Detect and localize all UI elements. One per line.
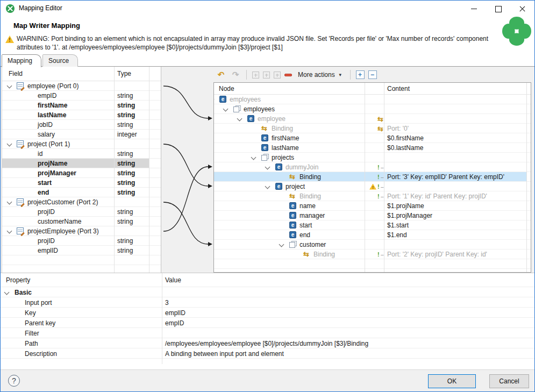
port-record-icon (17, 140, 24, 147)
tab-mapping[interactable]: Mapping (2, 54, 41, 67)
title-bar: Mapping Editor (1, 1, 534, 17)
tree-row-start[interactable]: estart$1.start (214, 220, 531, 230)
field-row[interactable]: projNamestring (2, 159, 161, 168)
tree-row-lastname[interactable]: elastName$0.lastName (214, 143, 531, 153)
tree-row-projects[interactable]: projects (214, 153, 531, 162)
property-label: Description (25, 350, 57, 358)
property-row-input-port[interactable]: Input port3 (1, 297, 535, 308)
field-row[interactable]: endstring (2, 188, 161, 197)
chevron-down-icon[interactable] (265, 184, 270, 189)
window-title: Mapping Editor (19, 4, 62, 12)
chevron-down-icon[interactable] (265, 165, 270, 170)
mapping-wire-0[interactable] (163, 86, 208, 118)
property-row-filter[interactable]: Filter (1, 328, 535, 338)
column-divider (384, 83, 384, 94)
chevron-down-icon[interactable] (213, 97, 214, 102)
property-label: Key (25, 309, 36, 317)
mapping-wire-1[interactable] (163, 144, 208, 186)
tree-row-end[interactable]: eend$1.end (214, 230, 531, 240)
tree-row-employee[interactable]: eemployee⇆ (214, 114, 531, 124)
tree-row-manager[interactable]: emanager$1.projManager (214, 211, 531, 220)
element-icon: e (261, 144, 268, 151)
remove-icon[interactable] (284, 74, 292, 76)
tree-row-customer[interactable]: customer (214, 240, 531, 250)
tree-row-binding[interactable]: ⇆Binding!--Port: '2' Key: projID' Parent… (214, 250, 531, 259)
field-type: string (117, 169, 135, 177)
field-row[interactable]: employee (Port 0) (2, 81, 161, 91)
maximize-icon[interactable] (486, 1, 510, 17)
field-row[interactable]: firstNamestring (2, 101, 161, 110)
property-row-basic[interactable]: Basic (1, 287, 535, 297)
chevron-down-icon[interactable] (7, 229, 12, 234)
node-label: employees (230, 96, 261, 103)
chevron-down-icon[interactable] (223, 106, 229, 112)
value-column-header: Value (165, 276, 181, 284)
column-divider (526, 83, 527, 94)
add-child-element-icon[interactable] (252, 72, 259, 79)
chevron-down-icon[interactable] (7, 141, 12, 147)
minimize-icon[interactable] (462, 1, 486, 17)
expand-all-icon[interactable]: + (356, 70, 365, 79)
port-record-icon (17, 82, 24, 89)
node-label: Binding (299, 173, 321, 181)
warning-message: WARNING: Port binding to an element whic… (17, 34, 490, 52)
binding-arrows-icon: ⇆ (261, 125, 267, 132)
field-row[interactable]: emplIDstring (2, 246, 161, 255)
field-row[interactable]: lastNamestring (2, 110, 161, 120)
help-button[interactable]: ? (8, 375, 20, 387)
add-element-icon[interactable] (263, 72, 270, 79)
undo-icon[interactable]: ↶ (216, 69, 226, 80)
field-row[interactable]: project (Port 1) (2, 139, 161, 149)
close-icon[interactable] (510, 1, 534, 17)
mapping-wire-2[interactable] (163, 202, 208, 244)
field-row[interactable]: projManagerstring (2, 168, 161, 178)
collapse-all-icon[interactable]: − (368, 70, 377, 79)
field-row[interactable]: projIDstring (2, 236, 161, 246)
field-row[interactable]: customerNamestring (2, 217, 161, 226)
chevron-down-icon[interactable] (7, 83, 12, 89)
field-row[interactable]: projectCustomer (Port 2) (2, 197, 161, 207)
tree-row-firstname[interactable]: efirstName$0.firstName (214, 133, 531, 143)
column-divider (149, 67, 149, 81)
column-divider (384, 95, 384, 272)
ok-button[interactable]: OK (428, 374, 476, 388)
tree-row-project[interactable]: eproject!!-- (214, 182, 531, 191)
field-row[interactable]: projIDstring (2, 207, 161, 217)
more-actions-button[interactable]: More actions ▼ (296, 70, 345, 80)
tab-source[interactable]: Source (42, 54, 78, 67)
tree-row-name[interactable]: ename$1.projName (214, 201, 531, 211)
field-label: jobID (38, 121, 53, 129)
chevron-down-icon[interactable] (279, 242, 284, 247)
field-type: string (117, 179, 135, 187)
field-row[interactable]: jobIDstring (2, 120, 161, 130)
add-attribute-icon[interactable] (274, 72, 281, 79)
tree-row-binding[interactable]: ⇆Binding!--Port: '3' Key: emplID' Parent… (214, 172, 531, 182)
tree-row-binding[interactable]: ⇆Binding⇆Port: '0' (214, 124, 531, 133)
chevron-down-icon[interactable] (4, 290, 10, 295)
tree-row-binding[interactable]: ⇆Binding!--Port: '1' Key: id' Parent Key… (214, 191, 531, 201)
property-row-parent-key[interactable]: Parent keyempID (1, 318, 535, 328)
property-group-label: Basic (15, 289, 32, 296)
field-row[interactable]: idstring (2, 149, 161, 159)
field-row[interactable]: empIDstring (2, 91, 161, 101)
field-row[interactable]: startstring (2, 178, 161, 188)
node-label: firstName (272, 134, 299, 142)
property-row-path[interactable]: Path/employees/employees/employee [$0]/p… (1, 338, 535, 348)
property-row-key[interactable]: KeyemplID (1, 308, 535, 318)
tree-row-employees[interactable]: employees (214, 104, 531, 114)
chevron-down-icon[interactable] (251, 155, 256, 160)
column-divider (365, 83, 365, 94)
property-label: Path (25, 340, 38, 347)
chevron-down-icon[interactable] (237, 116, 242, 122)
field-row[interactable]: salaryinteger (2, 130, 161, 139)
property-row-description[interactable]: DescriptionA binding between input port … (1, 348, 535, 359)
tree-row-dummyjoin[interactable]: edummyJoin!-- (214, 162, 531, 172)
redo-icon[interactable]: ↷ (230, 69, 241, 80)
field-row[interactable]: projectEmployee (Port 3) (2, 226, 161, 236)
node-label: lastName (272, 144, 299, 152)
chevron-down-icon[interactable] (7, 199, 12, 205)
property-table-header: Property Value (1, 273, 535, 287)
element-icon: e (247, 115, 254, 122)
cancel-button[interactable]: Cancel (489, 374, 529, 388)
tree-row-employees[interactable]: eemployees (214, 95, 531, 104)
